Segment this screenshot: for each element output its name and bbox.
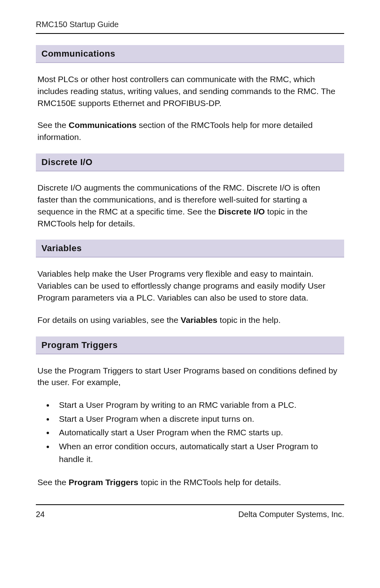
text-fragment: topic in the help. (217, 315, 281, 324)
list-item: When an error condition occurs, automati… (54, 440, 343, 466)
text-fragment: See the (37, 120, 69, 130)
page-footer: 24 Delta Computer Systems, Inc. (36, 504, 344, 519)
list-item: Start a User Program by writing to an RM… (54, 399, 343, 412)
variables-paragraph-2: For details on using variables, see the … (37, 314, 343, 326)
text-fragment: For details on using variables, see the (37, 315, 181, 324)
running-header: RMC150 Startup Guide (36, 20, 344, 34)
section-heading-variables: Variables (36, 240, 344, 258)
section-heading-program-triggers: Program Triggers (36, 336, 344, 354)
footer-company: Delta Computer Systems, Inc. (238, 510, 344, 519)
program-triggers-bullets: Start a User Program by writing to an RM… (37, 399, 343, 466)
page-number: 24 (36, 510, 45, 519)
section-heading-communications: Communications (36, 45, 344, 63)
text-fragment: topic in the RMCTools help for details. (138, 478, 281, 487)
communications-paragraph-2: See the Communications section of the RM… (37, 119, 343, 143)
bold-program-triggers: Program Triggers (69, 478, 138, 487)
bold-communications: Communications (69, 120, 136, 130)
discrete-io-paragraph-1: Discrete I/O augments the communications… (37, 182, 343, 229)
section-heading-discrete-io: Discrete I/O (36, 153, 344, 171)
variables-paragraph-1: Variables help make the User Programs ve… (37, 268, 343, 303)
list-item: Start a User Program when a discrete inp… (54, 413, 343, 426)
list-item: Automatically start a User Program when … (54, 426, 343, 439)
text-fragment: See the (37, 478, 69, 487)
bold-variables: Variables (181, 315, 217, 324)
program-triggers-paragraph-1: Use the Program Triggers to start User P… (37, 365, 343, 389)
program-triggers-paragraph-2: See the Program Triggers topic in the RM… (37, 476, 343, 488)
bold-discrete-io: Discrete I/O (218, 207, 265, 216)
communications-paragraph-1: Most PLCs or other host controllers can … (37, 73, 343, 109)
